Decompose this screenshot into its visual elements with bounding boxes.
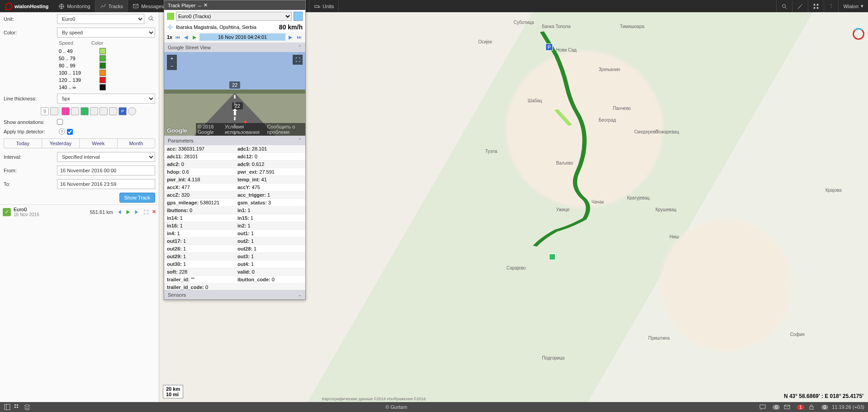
- param-cell: in16: 1: [164, 222, 235, 230]
- tripdetector-checkbox[interactable]: [67, 129, 73, 135]
- player-speed: 80 km/h: [279, 24, 303, 31]
- to-label: To:: [4, 181, 57, 187]
- nav-tracks[interactable]: Tracks: [95, 0, 128, 12]
- next-button[interactable]: ▶: [287, 33, 294, 41]
- mail-badge: 1: [797, 405, 804, 410]
- compass-icon[interactable]: [853, 28, 864, 40]
- param-cell: adc2: 0: [164, 161, 235, 168]
- skip-first-icon[interactable]: [116, 209, 122, 215]
- player-unit-select[interactable]: Euro0 (Tracks): [176, 12, 292, 21]
- tab-yesterday[interactable]: Yesterday: [42, 139, 80, 148]
- tab-today[interactable]: Today: [4, 139, 42, 148]
- minimize-icon[interactable]: –: [198, 3, 201, 8]
- tool-parking[interactable]: P: [119, 107, 127, 115]
- mail-icon[interactable]: [783, 403, 791, 411]
- param-cell: in4: 1: [164, 230, 235, 237]
- svg-rect-12: [14, 404, 16, 406]
- skip-last-icon[interactable]: [134, 209, 140, 215]
- nav-units[interactable]: Units: [309, 0, 339, 12]
- param-cell: pwr_int: 4.118: [164, 176, 235, 184]
- tool-f[interactable]: [128, 107, 136, 115]
- close-icon[interactable]: ✕: [204, 2, 208, 8]
- prev-button[interactable]: ◀: [182, 33, 190, 41]
- param-cell: temp_int: 41: [235, 176, 305, 184]
- unit-select[interactable]: Euro0: [57, 14, 144, 24]
- param-cell: hdop: 0.6: [164, 168, 235, 176]
- sidebar: Unit:Euro0 Color:By speed SpeedColor 0 .…: [0, 12, 159, 402]
- param-cell: soft: 228: [164, 268, 235, 276]
- streetview-header[interactable]: Google Street View⌃: [164, 43, 305, 52]
- streetview-panel[interactable]: +− ⛶ 22 22 ⬆ 📍 Google © 2016 GoogleУслов…: [164, 52, 305, 136]
- tool-a[interactable]: [50, 107, 58, 115]
- legend-row: 50 .. 79: [59, 55, 155, 62]
- param-cell: out29: 1: [164, 253, 235, 260]
- search-button[interactable]: [776, 0, 792, 12]
- param-cell: adc11: 28101: [164, 153, 235, 161]
- param-cell: in1: 1: [235, 207, 305, 214]
- nav-messages[interactable]: Messages: [128, 0, 169, 12]
- grid-small-icon[interactable]: [14, 403, 21, 411]
- delete-track-icon[interactable]: ✕: [152, 209, 156, 215]
- measure-button[interactable]: [792, 0, 808, 12]
- tab-month[interactable]: Month: [118, 139, 155, 148]
- sv-expand-icon[interactable]: ⛶: [293, 55, 303, 65]
- interval-label: Interval:: [4, 154, 57, 160]
- menu-button[interactable]: ⋮: [824, 0, 838, 12]
- track-player-panel: Track Player – ✕ Euro0 (Tracks) Ibarska …: [164, 0, 306, 300]
- tab-week[interactable]: Week: [80, 139, 118, 148]
- first-button[interactable]: ⏮: [174, 33, 181, 41]
- tool-num[interactable]: 9: [41, 107, 49, 115]
- tool-b[interactable]: [71, 107, 79, 115]
- play-icon[interactable]: [125, 209, 131, 215]
- tool-marker[interactable]: [62, 107, 70, 115]
- globe-icon: [58, 3, 65, 9]
- annotations-checkbox[interactable]: [57, 119, 63, 125]
- track-distance: 551.61 km: [90, 209, 113, 215]
- tool-e[interactable]: [109, 107, 117, 115]
- param-cell: adc9: 0.612: [235, 161, 305, 168]
- to-input[interactable]: [57, 179, 155, 189]
- thickness-select[interactable]: 5px: [57, 94, 155, 104]
- chat-icon[interactable]: [759, 403, 766, 411]
- color-select[interactable]: By speed: [57, 28, 155, 38]
- picture-button[interactable]: [294, 12, 303, 21]
- pin-icon[interactable]: [147, 15, 155, 23]
- nav-monitoring[interactable]: Monitoring: [54, 0, 95, 12]
- tool-c[interactable]: [90, 107, 98, 115]
- playback-rate[interactable]: 1x: [167, 34, 172, 40]
- track-check-icon[interactable]: ✓: [3, 208, 11, 216]
- param-cell: out26: 1: [164, 245, 235, 253]
- topbar: wialonHosting Monitoring Tracks Messages…: [0, 0, 868, 12]
- params-panel: acc: 336031.197adc1: 28.101adc11: 28101a…: [164, 145, 305, 290]
- last-button[interactable]: ⏭: [295, 33, 303, 41]
- param-cell: [235, 284, 305, 290]
- sensors-header[interactable]: Sensors⌄: [164, 290, 305, 299]
- tool-d[interactable]: [100, 107, 108, 115]
- panel-icon[interactable]: [4, 403, 11, 411]
- params-header[interactable]: Parameters⌃: [164, 136, 305, 145]
- player-titlebar[interactable]: Track Player – ✕: [164, 0, 305, 10]
- location-icon: [167, 24, 173, 30]
- param-cell: out30: 1: [164, 260, 235, 268]
- tracks-icon: [100, 3, 106, 9]
- sv-zoom[interactable]: +−: [167, 55, 177, 70]
- layers-icon[interactable]: [24, 403, 31, 411]
- fuel-marker[interactable]: [549, 254, 555, 260]
- legend-color-header: Color: [91, 40, 103, 46]
- sv-arrow-icon[interactable]: ⬆: [231, 107, 239, 118]
- fit-icon[interactable]: [143, 209, 149, 215]
- svg-point-5: [783, 4, 786, 7]
- lock-icon[interactable]: [808, 403, 815, 411]
- show-track-button[interactable]: Show Track: [119, 193, 155, 203]
- apps-button[interactable]: [808, 0, 824, 12]
- help-icon[interactable]: ?: [59, 128, 65, 135]
- play-button[interactable]: ▶: [191, 33, 198, 41]
- account-menu[interactable]: Wialon ▾: [838, 0, 868, 12]
- interval-select[interactable]: Specified interval: [57, 152, 155, 162]
- parking-marker[interactable]: P: [545, 43, 553, 51]
- tool-fuel[interactable]: [81, 107, 89, 115]
- from-input[interactable]: [57, 166, 155, 175]
- svg-rect-11: [5, 404, 10, 410]
- thickness-label: Line thickness:: [4, 96, 57, 101]
- track-name: Euro0: [14, 207, 87, 212]
